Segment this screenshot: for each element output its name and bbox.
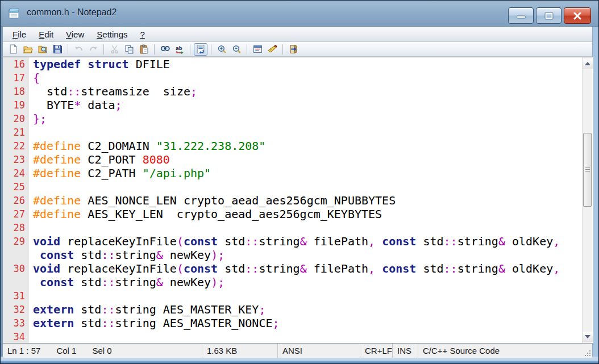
vertical-scrollbar[interactable] xyxy=(582,57,592,343)
cut-icon xyxy=(110,44,119,54)
customize-schemes-button[interactable] xyxy=(265,43,279,56)
scroll-up-button[interactable] xyxy=(583,58,593,69)
line-number: 17 xyxy=(3,71,29,85)
exit-button[interactable] xyxy=(286,43,300,56)
code-line[interactable]: const std::string& newKey); xyxy=(3,275,593,289)
minimize-button[interactable] xyxy=(508,7,534,24)
svg-text:ab: ab xyxy=(176,45,182,51)
find-button[interactable] xyxy=(158,43,172,56)
code-line[interactable]: 18 std::streamsize size; xyxy=(3,85,593,98)
status-bar: Ln 1 : 57 Col 1 Sel 0 1.63 KB ANSI CR+LF… xyxy=(3,343,592,358)
code-line[interactable]: 17{ xyxy=(3,71,593,85)
code-text: void replaceKeyInFile(const std::string&… xyxy=(29,262,593,275)
status-insert-mode: INS xyxy=(393,344,418,358)
code-editor[interactable]: 16typedef struct DFILE17{18 std::streams… xyxy=(3,57,593,343)
notepad2-app-icon xyxy=(8,7,20,20)
code-line[interactable]: 23#define C2_PORT 8080 xyxy=(3,153,593,166)
code-text: void replaceKeyInFile(const std::string&… xyxy=(29,235,593,248)
zoom-in-icon xyxy=(217,44,227,54)
toolbar-separator xyxy=(154,44,155,55)
code-line[interactable]: 29void replaceKeyInFile(const std::strin… xyxy=(3,235,593,248)
code-text: const std::string& newKey); xyxy=(29,248,593,262)
open-file-icon xyxy=(23,44,33,54)
code-line[interactable]: 30void replaceKeyInFile(const std::strin… xyxy=(3,262,593,275)
find-icon xyxy=(160,44,170,54)
status-file-size: 1.63 KB xyxy=(202,344,278,358)
window-title: common.h - Notepad2 xyxy=(27,7,117,18)
code-text xyxy=(29,125,593,139)
code-line[interactable]: 27#define AES_KEY_LEN crypto_aead_aes256… xyxy=(3,207,593,221)
zoom-in-button[interactable] xyxy=(215,43,228,56)
toolbar-separator xyxy=(247,44,247,55)
replace-button[interactable]: ab xyxy=(173,43,186,56)
menu-item-help[interactable]: ? xyxy=(134,28,151,41)
resize-grip[interactable] xyxy=(584,349,591,357)
code-text: }; xyxy=(29,112,593,125)
paste-button[interactable] xyxy=(137,43,151,56)
word-wrap-button[interactable] xyxy=(194,43,207,56)
copy-icon xyxy=(124,44,134,54)
redo-icon xyxy=(89,44,98,54)
code-line[interactable]: 21 xyxy=(3,125,593,139)
line-number: 26 xyxy=(3,194,29,207)
menu-item-edit[interactable]: Edit xyxy=(32,28,60,41)
menu-item-view[interactable]: View xyxy=(60,28,90,41)
code-line[interactable]: 32extern std::string AES_MASTER_KEY; xyxy=(3,303,593,316)
save-button[interactable] xyxy=(51,43,64,56)
code-text xyxy=(29,221,593,235)
toolbar-separator xyxy=(211,44,211,55)
code-line[interactable]: 16typedef struct DFILE xyxy=(3,57,593,71)
line-number: 23 xyxy=(3,153,29,166)
scroll-down-button[interactable] xyxy=(583,332,593,342)
line-number: 24 xyxy=(3,166,29,180)
code-line[interactable]: 25 xyxy=(3,180,593,194)
line-number: 22 xyxy=(3,139,29,153)
exit-icon xyxy=(289,44,298,54)
maximize-button[interactable] xyxy=(536,7,561,24)
open-file-button[interactable] xyxy=(21,43,35,56)
new-file-button[interactable] xyxy=(6,43,20,56)
close-icon xyxy=(573,12,582,20)
code-line[interactable]: 26#define AES_NONCE_LEN crypto_aead_aes2… xyxy=(3,194,593,207)
code-text xyxy=(29,180,593,194)
code-text: #define AES_NONCE_LEN crypto_aead_aes256… xyxy=(29,194,593,207)
copy-button[interactable] xyxy=(122,43,136,56)
code-text: #define C2_PATH "/api.php" xyxy=(29,166,593,180)
code-line[interactable]: 28 xyxy=(3,221,593,235)
code-line[interactable]: 24#define C2_PATH "/api.php" xyxy=(3,166,593,180)
code-line[interactable]: 33extern std::string AES_MASTER_NONCE; xyxy=(3,316,593,330)
zoom-out-icon xyxy=(232,44,242,54)
titlebar[interactable]: common.h - Notepad2 xyxy=(1,1,598,27)
code-line[interactable]: 20}; xyxy=(3,112,593,125)
toolbar-separator xyxy=(103,44,104,55)
scrollbar-thumb[interactable] xyxy=(583,133,592,207)
toolbar-separator xyxy=(190,44,190,55)
code-text: extern std::string AES_MASTER_KEY; xyxy=(29,303,593,316)
toolbar-separator xyxy=(68,44,68,55)
browse-file-button[interactable] xyxy=(36,43,49,56)
zoom-out-button[interactable] xyxy=(230,43,243,56)
code-line[interactable]: 34 xyxy=(3,330,593,343)
close-button[interactable] xyxy=(564,7,591,24)
code-text: BYTE* data; xyxy=(29,98,593,112)
status-column: Col 1 xyxy=(56,346,76,355)
replace-icon: ab xyxy=(175,44,185,54)
line-number: 32 xyxy=(3,303,29,316)
menu-item-file[interactable]: File xyxy=(6,28,32,41)
code-line[interactable]: 22#define C2_DOMAIN "31.222.238.208" xyxy=(3,139,593,153)
code-line[interactable]: 31 xyxy=(3,289,593,303)
menu-item-settings[interactable]: Settings xyxy=(90,28,134,41)
maximize-icon xyxy=(545,12,552,19)
save-icon xyxy=(53,44,63,54)
toolbar: ab xyxy=(3,42,592,57)
code-line[interactable]: const std::string& newKey); xyxy=(3,248,593,262)
status-scheme: C/C++ Source Code xyxy=(418,344,592,358)
undo-button xyxy=(72,43,85,56)
scheme-config-button[interactable] xyxy=(251,43,264,56)
code-line[interactable]: 19 BYTE* data; xyxy=(3,98,593,112)
code-text: const std::string& newKey); xyxy=(29,275,593,289)
line-number: 18 xyxy=(3,85,29,98)
minimize-icon xyxy=(517,16,526,19)
line-number: 28 xyxy=(3,221,29,235)
paste-icon xyxy=(139,44,149,54)
